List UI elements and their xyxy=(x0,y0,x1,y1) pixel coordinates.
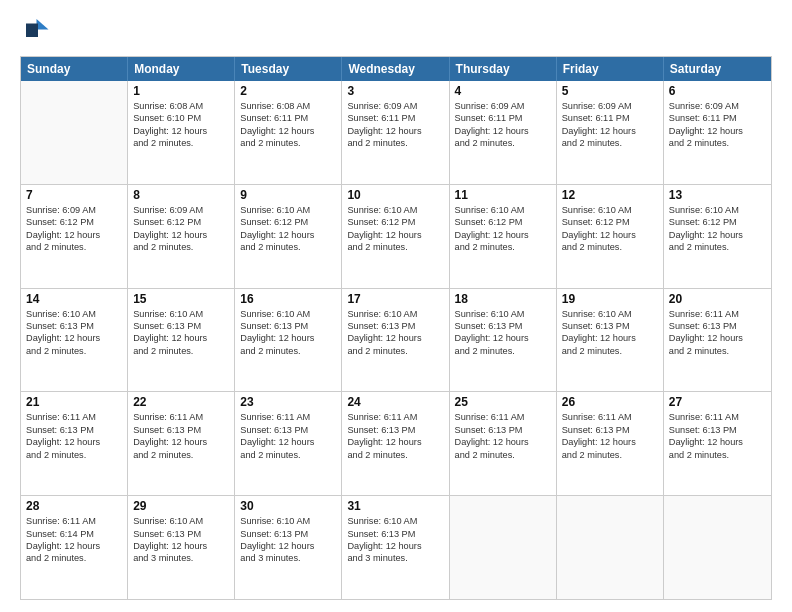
svg-rect-1 xyxy=(26,24,38,38)
cell-line: and 2 minutes. xyxy=(26,449,122,461)
calendar-header-day: Thursday xyxy=(450,57,557,81)
cell-line: Sunrise: 6:10 AM xyxy=(562,204,658,216)
calendar-cell: 18Sunrise: 6:10 AMSunset: 6:13 PMDayligh… xyxy=(450,289,557,392)
calendar-cell: 9Sunrise: 6:10 AMSunset: 6:12 PMDaylight… xyxy=(235,185,342,288)
cell-line: Sunset: 6:13 PM xyxy=(669,320,766,332)
cell-line: Sunset: 6:13 PM xyxy=(347,424,443,436)
cell-line: Sunset: 6:13 PM xyxy=(133,528,229,540)
day-number: 25 xyxy=(455,395,551,409)
calendar-cell: 23Sunrise: 6:11 AMSunset: 6:13 PMDayligh… xyxy=(235,392,342,495)
cell-line: Sunrise: 6:11 AM xyxy=(562,411,658,423)
cell-line: Daylight: 12 hours xyxy=(562,436,658,448)
calendar-cell: 3Sunrise: 6:09 AMSunset: 6:11 PMDaylight… xyxy=(342,81,449,184)
cell-line: Sunset: 6:11 PM xyxy=(455,112,551,124)
cell-line: Daylight: 12 hours xyxy=(562,332,658,344)
calendar-cell: 16Sunrise: 6:10 AMSunset: 6:13 PMDayligh… xyxy=(235,289,342,392)
cell-line: Daylight: 12 hours xyxy=(347,125,443,137)
calendar-cell: 22Sunrise: 6:11 AMSunset: 6:13 PMDayligh… xyxy=(128,392,235,495)
cell-line: Sunrise: 6:09 AM xyxy=(347,100,443,112)
cell-line: Sunrise: 6:10 AM xyxy=(347,515,443,527)
day-number: 1 xyxy=(133,84,229,98)
calendar-row: 21Sunrise: 6:11 AMSunset: 6:13 PMDayligh… xyxy=(21,392,771,496)
day-number: 14 xyxy=(26,292,122,306)
cell-line: and 2 minutes. xyxy=(455,241,551,253)
cell-line: Daylight: 12 hours xyxy=(347,229,443,241)
cell-line: Sunset: 6:13 PM xyxy=(347,528,443,540)
cell-line: and 2 minutes. xyxy=(133,241,229,253)
cell-line: Daylight: 12 hours xyxy=(669,229,766,241)
day-number: 12 xyxy=(562,188,658,202)
cell-line: Daylight: 12 hours xyxy=(133,332,229,344)
cell-line: Sunrise: 6:10 AM xyxy=(455,308,551,320)
calendar-cell: 29Sunrise: 6:10 AMSunset: 6:13 PMDayligh… xyxy=(128,496,235,599)
cell-line: and 2 minutes. xyxy=(455,137,551,149)
calendar-cell xyxy=(450,496,557,599)
cell-line: Sunrise: 6:09 AM xyxy=(669,100,766,112)
cell-line: Sunset: 6:13 PM xyxy=(240,528,336,540)
cell-line: and 2 minutes. xyxy=(562,449,658,461)
cell-line: Sunset: 6:11 PM xyxy=(347,112,443,124)
day-number: 23 xyxy=(240,395,336,409)
cell-line: and 2 minutes. xyxy=(347,137,443,149)
cell-line: and 2 minutes. xyxy=(562,241,658,253)
day-number: 9 xyxy=(240,188,336,202)
calendar-header-day: Wednesday xyxy=(342,57,449,81)
day-number: 2 xyxy=(240,84,336,98)
cell-line: Daylight: 12 hours xyxy=(133,229,229,241)
cell-line: Sunrise: 6:10 AM xyxy=(562,308,658,320)
cell-line: Sunrise: 6:10 AM xyxy=(455,204,551,216)
day-number: 6 xyxy=(669,84,766,98)
cell-line: Daylight: 12 hours xyxy=(455,332,551,344)
cell-line: Sunrise: 6:10 AM xyxy=(240,515,336,527)
cell-line: Sunrise: 6:11 AM xyxy=(133,411,229,423)
cell-line: Daylight: 12 hours xyxy=(669,125,766,137)
day-number: 22 xyxy=(133,395,229,409)
cell-line: Sunrise: 6:10 AM xyxy=(133,308,229,320)
calendar-cell: 5Sunrise: 6:09 AMSunset: 6:11 PMDaylight… xyxy=(557,81,664,184)
cell-line: Daylight: 12 hours xyxy=(347,540,443,552)
day-number: 27 xyxy=(669,395,766,409)
cell-line: Sunrise: 6:09 AM xyxy=(133,204,229,216)
cell-line: Sunrise: 6:11 AM xyxy=(669,411,766,423)
calendar-cell: 6Sunrise: 6:09 AMSunset: 6:11 PMDaylight… xyxy=(664,81,771,184)
cell-line: and 2 minutes. xyxy=(240,345,336,357)
calendar-cell: 1Sunrise: 6:08 AMSunset: 6:10 PMDaylight… xyxy=(128,81,235,184)
cell-line: Daylight: 12 hours xyxy=(240,125,336,137)
cell-line: Sunset: 6:12 PM xyxy=(669,216,766,228)
cell-line: and 2 minutes. xyxy=(669,241,766,253)
day-number: 29 xyxy=(133,499,229,513)
calendar-cell: 20Sunrise: 6:11 AMSunset: 6:13 PMDayligh… xyxy=(664,289,771,392)
day-number: 11 xyxy=(455,188,551,202)
cell-line: Sunset: 6:13 PM xyxy=(669,424,766,436)
cell-line: Sunset: 6:12 PM xyxy=(347,216,443,228)
cell-line: and 2 minutes. xyxy=(133,345,229,357)
cell-line: Sunrise: 6:11 AM xyxy=(347,411,443,423)
day-number: 16 xyxy=(240,292,336,306)
cell-line: Sunrise: 6:11 AM xyxy=(26,411,122,423)
day-number: 28 xyxy=(26,499,122,513)
cell-line: Sunset: 6:13 PM xyxy=(133,424,229,436)
calendar-cell: 12Sunrise: 6:10 AMSunset: 6:12 PMDayligh… xyxy=(557,185,664,288)
cell-line: Daylight: 12 hours xyxy=(669,332,766,344)
cell-line: Sunrise: 6:09 AM xyxy=(562,100,658,112)
cell-line: Daylight: 12 hours xyxy=(562,125,658,137)
calendar-cell: 21Sunrise: 6:11 AMSunset: 6:13 PMDayligh… xyxy=(21,392,128,495)
calendar-cell: 10Sunrise: 6:10 AMSunset: 6:12 PMDayligh… xyxy=(342,185,449,288)
cell-line: Daylight: 12 hours xyxy=(562,229,658,241)
cell-line: Daylight: 12 hours xyxy=(240,436,336,448)
cell-line: Sunset: 6:12 PM xyxy=(562,216,658,228)
cell-line: and 2 minutes. xyxy=(26,345,122,357)
day-number: 5 xyxy=(562,84,658,98)
calendar-body: 1Sunrise: 6:08 AMSunset: 6:10 PMDaylight… xyxy=(21,81,771,599)
cell-line: Sunset: 6:13 PM xyxy=(26,424,122,436)
header xyxy=(20,16,772,46)
cell-line: Sunset: 6:11 PM xyxy=(669,112,766,124)
cell-line: Sunrise: 6:10 AM xyxy=(240,308,336,320)
cell-line: Sunset: 6:13 PM xyxy=(562,320,658,332)
day-number: 18 xyxy=(455,292,551,306)
day-number: 10 xyxy=(347,188,443,202)
cell-line: Daylight: 12 hours xyxy=(133,436,229,448)
cell-line: and 2 minutes. xyxy=(240,449,336,461)
day-number: 15 xyxy=(133,292,229,306)
cell-line: Sunrise: 6:11 AM xyxy=(26,515,122,527)
